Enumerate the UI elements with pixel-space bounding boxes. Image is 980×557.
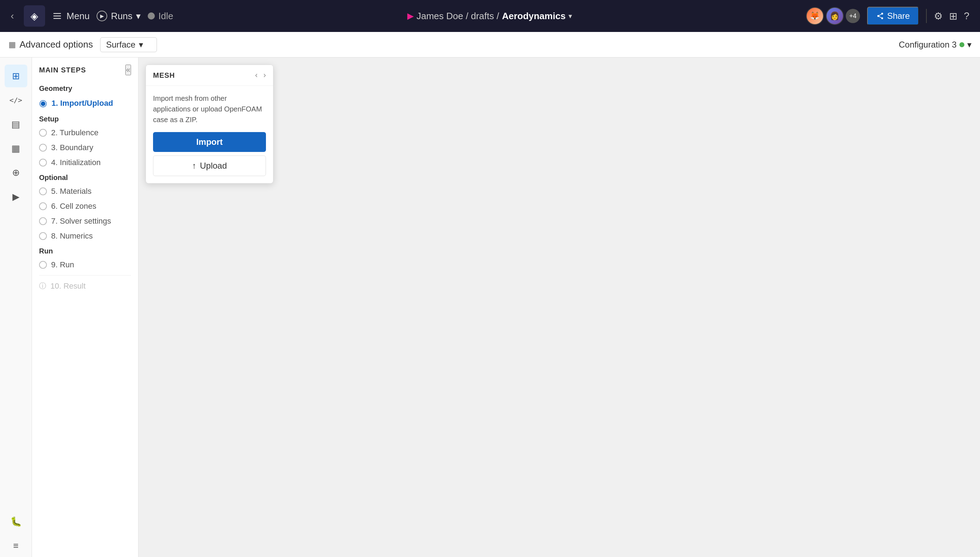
config-chevron: ▾: [967, 40, 972, 50]
content-area: MESH ‹ › Import mesh from other applicat…: [138, 57, 980, 557]
share-button[interactable]: Share: [867, 7, 919, 25]
sidebar-item-terminal[interactable]: ▶: [5, 185, 27, 208]
step-1-item[interactable]: ◉ 1. Import/Upload: [32, 95, 138, 111]
mesh-next-button[interactable]: ›: [264, 71, 266, 80]
step-9-item[interactable]: 9. Run: [32, 257, 138, 272]
step-2-dot: [39, 129, 47, 137]
surface-label: Surface: [106, 40, 136, 50]
secondary-bar: ▦ Advanced options Surface ▾ Configurati…: [0, 32, 980, 57]
step-1-label: 1. Import/Upload: [52, 99, 113, 108]
settings-icon[interactable]: ⚙: [934, 10, 943, 22]
step-9-label: 9. Run: [51, 260, 74, 269]
topbar: ‹ ◈ Menu ▶ Runs ▾ Idle ▶ James Doe / dra…: [0, 0, 980, 32]
step-9-dot: [39, 261, 47, 269]
sidebar-item-bug[interactable]: 🐛: [5, 510, 27, 533]
breadcrumb: ▶ James Doe / drafts / Aerodynamics ▾: [181, 11, 799, 22]
steps-collapse-button[interactable]: «: [125, 65, 131, 75]
mesh-panel-body: Import mesh from other applications or u…: [146, 86, 273, 183]
geometry-section: Geometry: [32, 81, 138, 95]
avatar-1-emoji: 🦊: [810, 11, 819, 21]
help-icon[interactable]: ?: [964, 10, 969, 22]
menu-label: Menu: [67, 11, 90, 22]
step-2-label: 2. Turbulence: [51, 128, 98, 137]
grid-config-icon: ▦: [8, 40, 16, 49]
steps-panel: MAIN STEPS « Geometry ◉ 1. Import/Upload…: [32, 57, 138, 557]
advanced-options-label[interactable]: Advanced options: [20, 39, 93, 50]
project-chevron-down[interactable]: ▾: [568, 12, 572, 20]
topbar-action-icons: ⚙ ⊞ ?: [934, 10, 969, 22]
step-7-label: 7. Solver settings: [51, 217, 111, 226]
idle-dot: [148, 12, 155, 20]
logo-icon: ◈: [31, 10, 38, 22]
step-7-item[interactable]: 7. Solver settings: [32, 214, 138, 229]
sidebar-item-code[interactable]: </>: [5, 89, 27, 111]
sidebar-item-layers[interactable]: ▤: [5, 113, 27, 135]
step-8-item[interactable]: 8. Numerics: [32, 229, 138, 244]
step-7-dot: [39, 217, 47, 225]
hamburger-icon: [52, 11, 62, 21]
mesh-panel-nav: ‹ ›: [255, 71, 266, 80]
step-10-item: ⓘ 10. Result: [32, 278, 138, 293]
avatar-2: 👩: [826, 7, 844, 25]
step-6-item[interactable]: 6. Cell zones: [32, 199, 138, 214]
step-3-dot: [39, 144, 47, 151]
step-3-label: 3. Boundary: [51, 143, 93, 152]
upload-icon: ↑: [192, 161, 196, 171]
sidebar-icons: ⊞ </> ▤ ▦ ⊕ ▶ 🐛 ≡: [0, 57, 32, 557]
config-label: Configuration 3: [899, 40, 957, 50]
mesh-upload-button[interactable]: ↑ Upload: [153, 155, 266, 176]
step-5-label: 5. Materials: [51, 187, 91, 196]
avatar-more[interactable]: +4: [846, 9, 860, 23]
idle-label: Idle: [158, 11, 173, 22]
mesh-import-button[interactable]: Import: [153, 132, 266, 152]
step-4-label: 4. Initialization: [51, 158, 101, 167]
steps-title: MAIN STEPS: [39, 66, 86, 74]
step-10-icon: ⓘ: [39, 281, 46, 291]
sidebar-item-grid[interactable]: ⊞: [5, 65, 27, 87]
mesh-description: Import mesh from other applications or u…: [153, 93, 266, 125]
main-layout: ⊞ </> ▤ ▦ ⊕ ▶ 🐛 ≡ MAIN STEPS « Geometry …: [0, 57, 980, 557]
avatar-1: 🦊: [806, 7, 824, 25]
advanced-options-section: ▦ Advanced options: [8, 39, 93, 50]
runs-button[interactable]: ▶ Runs ▾: [96, 11, 141, 22]
step-3-item[interactable]: 3. Boundary: [32, 140, 138, 155]
topbar-divider: [926, 9, 927, 23]
project-name[interactable]: Aerodynamics: [502, 11, 566, 22]
config-dropdown[interactable]: Configuration 3 ▾: [899, 40, 972, 50]
sidebar-item-plus[interactable]: ⊕: [5, 161, 27, 184]
step-1-icon: ◉: [39, 98, 47, 109]
surface-chevron: ▾: [139, 40, 143, 50]
menu-button[interactable]: Menu: [52, 11, 90, 22]
surface-dropdown[interactable]: Surface ▾: [100, 37, 157, 52]
config-selector: Configuration 3 ▾: [899, 40, 972, 50]
step-8-label: 8. Numerics: [51, 231, 93, 241]
steps-header: MAIN STEPS «: [32, 65, 138, 81]
step-6-dot: [39, 202, 47, 210]
share-icon: [876, 12, 884, 20]
step-6-label: 6. Cell zones: [51, 202, 96, 211]
mesh-prev-button[interactable]: ‹: [255, 71, 257, 80]
step-2-item[interactable]: 2. Turbulence: [32, 125, 138, 140]
optional-section: Optional: [32, 170, 138, 184]
idle-status: Idle: [148, 11, 173, 22]
sidebar-item-list[interactable]: ≡: [5, 534, 27, 557]
path-text: James Doe / drafts /: [417, 11, 499, 22]
step-4-dot: [39, 159, 47, 166]
upload-label: Upload: [200, 161, 227, 171]
step-10-label: 10. Result: [50, 282, 86, 291]
layout-icon[interactable]: ⊞: [949, 10, 957, 22]
share-label: Share: [887, 11, 910, 21]
run-section: Run: [32, 244, 138, 257]
step-5-dot: [39, 187, 47, 195]
logo[interactable]: ◈: [24, 5, 45, 27]
mesh-panel-title: MESH: [153, 72, 175, 80]
step-4-item[interactable]: 4. Initialization: [32, 155, 138, 170]
step-5-item[interactable]: 5. Materials: [32, 184, 138, 199]
avatar-2-emoji: 👩: [830, 11, 839, 21]
back-chevron[interactable]: ‹: [11, 10, 14, 22]
step-8-dot: [39, 232, 47, 240]
sidebar-item-table[interactable]: ▦: [5, 137, 27, 160]
config-status-dot: [959, 42, 964, 47]
path-arrow: ▶: [407, 11, 413, 21]
mesh-panel: MESH ‹ › Import mesh from other applicat…: [146, 65, 273, 184]
